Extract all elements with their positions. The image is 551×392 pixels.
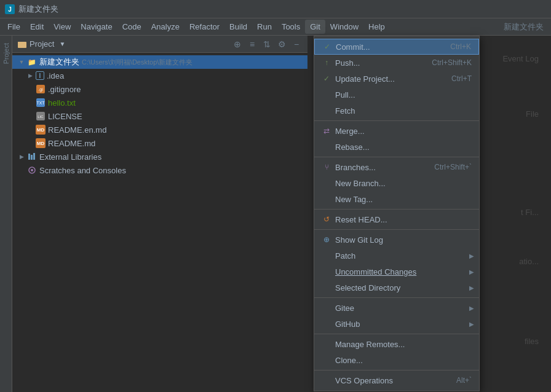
git-uncommitted-label: Uncommitted Changes xyxy=(335,267,472,276)
git-menu-reset[interactable]: ↺ Reset HEAD... xyxy=(314,211,479,227)
git-menu-patch[interactable]: Patch xyxy=(314,248,479,264)
right-content-area: Event Log File t Fi... atio... files ✓ C… xyxy=(307,36,551,392)
tree-arrow-hello xyxy=(26,98,34,107)
git-push-label: Push... xyxy=(335,58,427,68)
git-update-label: Update Project... xyxy=(335,74,446,84)
bg-event-text: Event Log xyxy=(502,54,539,63)
list-btn[interactable]: ≡ xyxy=(246,38,258,50)
git-menu-merge[interactable]: ⇄ Merge... xyxy=(314,123,479,139)
left-sidebar: Project xyxy=(0,36,12,392)
gitee-icon xyxy=(322,303,331,313)
tree-item-hello[interactable]: TXT hello.txt xyxy=(12,96,307,109)
tree-label-root: 新建文件夹 xyxy=(39,57,79,68)
gitignore-icon: .gi xyxy=(36,84,46,94)
tree-item-readme[interactable]: MD README.md xyxy=(12,136,307,150)
git-new-branch-label: New Branch... xyxy=(335,179,472,188)
scratches-icon xyxy=(27,165,37,175)
new-tag-icon xyxy=(322,194,331,204)
tree-label-readme: README.md xyxy=(48,139,95,148)
folder-icon-root: 📁 xyxy=(27,57,37,67)
commit-check-icon: ✓ xyxy=(322,42,332,52)
md-en-icon: MD xyxy=(36,125,46,135)
menu-view[interactable]: View xyxy=(49,20,76,34)
patch-icon xyxy=(322,251,331,261)
add-content-btn[interactable]: ⊕ xyxy=(231,38,244,50)
separator-4 xyxy=(314,229,479,230)
tree-path-root: C:\Users\刘明福\Desktop\新建文件夹 xyxy=(82,58,192,67)
bg-file-text: File xyxy=(526,109,539,119)
git-menu-update[interactable]: ✓ Update Project... Ctrl+T xyxy=(314,71,479,87)
menu-edit[interactable]: Edit xyxy=(25,20,49,34)
tree-item-gitignore[interactable]: .gi .gitignore xyxy=(12,82,307,96)
tree-item-root[interactable]: ▼ 📁 新建文件夹 C:\Users\刘明福\Desktop\新建文件夹 xyxy=(12,55,307,69)
tree-label-readme-en: README.en.md xyxy=(48,125,106,135)
close-panel-btn[interactable]: − xyxy=(290,38,303,50)
git-menu-new-tag[interactable]: New Tag... xyxy=(314,191,479,207)
git-menu-pull[interactable]: Pull... xyxy=(314,87,479,103)
libs-icon xyxy=(27,152,37,162)
tree-arrow-readme-en xyxy=(26,125,34,134)
git-branches-shortcut: Ctrl+Shift+` xyxy=(434,163,472,171)
git-menu-gitee[interactable]: Gitee xyxy=(314,300,479,316)
git-menu-commit[interactable]: ✓ Commit... Ctrl+K xyxy=(314,39,479,55)
menu-git[interactable]: Git xyxy=(305,20,325,34)
menu-run[interactable]: Run xyxy=(252,20,277,34)
reset-icon: ↺ xyxy=(322,214,331,224)
folder-icon xyxy=(17,39,27,49)
tree-label-scratches: Scratches and Consoles xyxy=(39,166,126,175)
menu-tools[interactable]: Tools xyxy=(277,20,305,34)
git-menu-manage-remotes[interactable]: Manage Remotes... xyxy=(314,336,479,352)
tree-arrow-scratches xyxy=(17,166,26,174)
tree-item-scratches[interactable]: Scratches and Consoles xyxy=(12,163,307,177)
settings-btn[interactable]: ⚙ xyxy=(276,38,288,50)
git-show-log-label: Show Git Log xyxy=(335,235,472,245)
git-clone-label: Clone... xyxy=(335,356,472,365)
menu-help[interactable]: Help xyxy=(363,20,390,34)
log-icon: ⊕ xyxy=(322,235,331,245)
expand-btn[interactable]: ⇅ xyxy=(261,38,273,50)
git-commit-label: Commit... xyxy=(336,42,445,52)
git-branches-label: Branches... xyxy=(335,163,429,172)
git-menu-branches[interactable]: ⑂ Branches... Ctrl+Shift+` xyxy=(314,159,479,175)
separator-2 xyxy=(314,157,479,157)
git-vcs-ops-label: VCS Operations xyxy=(335,376,451,385)
git-menu-push[interactable]: ↑ Push... Ctrl+Shift+K xyxy=(314,55,479,71)
git-menu-vcs-ops[interactable]: VCS Operations Alt+` xyxy=(314,372,479,388)
tree-label-ext-libs: External Libraries xyxy=(39,152,101,162)
git-manage-remotes-label: Manage Remotes... xyxy=(335,340,472,349)
menu-file[interactable]: File xyxy=(2,20,25,34)
git-menu-fetch[interactable]: Fetch xyxy=(314,103,479,119)
menu-code[interactable]: Code xyxy=(117,20,146,34)
menu-refactor[interactable]: Refactor xyxy=(184,20,224,34)
git-menu-rebase[interactable]: Rebase... xyxy=(314,139,479,155)
git-menu-new-branch[interactable]: New Branch... xyxy=(314,175,479,191)
project-tree: ▼ 📁 新建文件夹 C:\Users\刘明福\Desktop\新建文件夹 ▶ I… xyxy=(12,53,307,392)
svg-text:J: J xyxy=(8,6,12,13)
git-menu-uncommitted[interactable]: Uncommitted Changes xyxy=(314,264,479,280)
new-branch-icon xyxy=(322,178,331,188)
tree-item-license[interactable]: LIC LICENSE xyxy=(12,109,307,123)
menu-navigate[interactable]: Navigate xyxy=(76,20,117,34)
git-menu-show-log[interactable]: ⊕ Show Git Log xyxy=(314,232,479,248)
menu-project-name[interactable]: 新建文件夹 xyxy=(499,19,549,35)
git-menu-clone[interactable]: Clone... xyxy=(314,352,479,368)
tree-arrow-readme xyxy=(26,139,34,147)
bg-file2-text: t Fi... xyxy=(521,208,539,217)
tree-item-readme-en[interactable]: MD README.en.md xyxy=(12,123,307,136)
project-side-tab[interactable]: Project xyxy=(1,38,11,69)
git-menu-selected-dir[interactable]: Selected Directory xyxy=(314,280,479,296)
svg-rect-11 xyxy=(31,155,33,160)
git-patch-label: Patch xyxy=(335,251,472,261)
svg-text:TXT: TXT xyxy=(36,101,45,105)
tree-arrow-license xyxy=(26,112,34,120)
menu-bar: File Edit View Navigate Code Analyze Ref… xyxy=(0,18,551,36)
tree-item-idea[interactable]: ▶ I .idea xyxy=(12,69,307,82)
menu-analyze[interactable]: Analyze xyxy=(146,20,184,34)
project-dropdown-arrow[interactable]: ▼ xyxy=(59,41,65,47)
menu-build[interactable]: Build xyxy=(224,20,252,34)
window-title: 新建文件夹 xyxy=(18,4,58,15)
git-menu-github[interactable]: GitHub xyxy=(314,316,479,332)
menu-window[interactable]: Window xyxy=(325,20,363,34)
tree-item-ext-libs[interactable]: ▶ External Libraries xyxy=(12,150,307,163)
separator-6 xyxy=(314,334,479,334)
